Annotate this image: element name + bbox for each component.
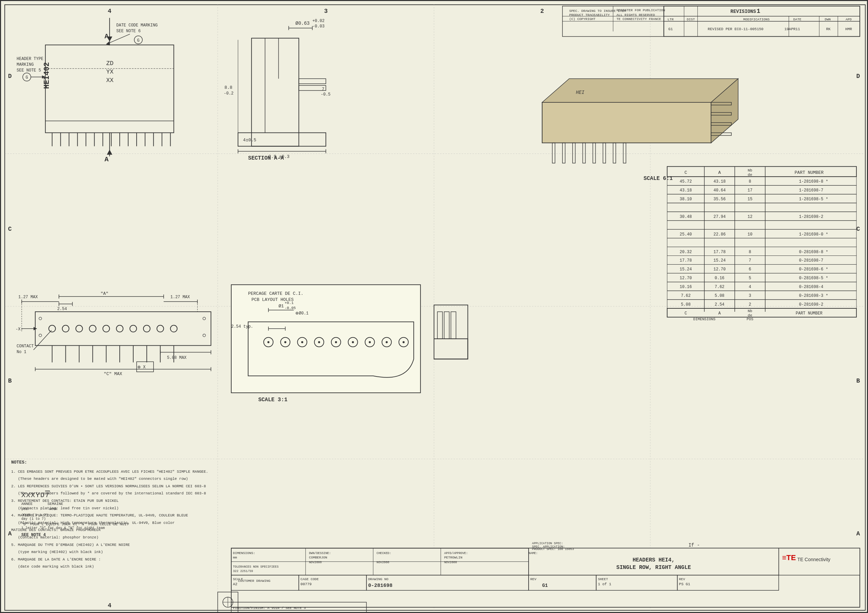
svg-text:45.72: 45.72 — [680, 179, 692, 184]
date-code-format: XXXYD7 — [22, 491, 129, 499]
svg-rect-89 — [552, 143, 555, 163]
svg-text:A2: A2 — [233, 582, 237, 586]
svg-text:7.62: 7.62 — [681, 293, 691, 298]
svg-text:REV: REV — [679, 577, 685, 581]
svg-text:"C" MAX: "C" MAX — [104, 372, 122, 376]
svg-text:REV: REV — [530, 577, 536, 581]
svg-text:43.18: 43.18 — [680, 188, 692, 193]
svg-text:15: 15 — [748, 197, 752, 201]
svg-text:PART NUMBER: PART NUMBER — [795, 170, 824, 175]
note-6b: (date code marking with black ink) — [18, 564, 316, 570]
svg-text:2.54 typ.: 2.54 typ. — [231, 324, 253, 329]
svg-text:FINITION/FINISH: A VOIR / SEE : FINITION/FINISH: A VOIR / SEE NOTE 3 — [233, 606, 306, 610]
note-5b: (type marking (HEI402) with black ink) — [18, 549, 316, 556]
svg-rect-228 — [667, 166, 857, 176]
svg-text:1-281698-2: 1-281698-2 — [799, 215, 823, 219]
svg-text:Nb: Nb — [748, 169, 752, 172]
svg-text:Ø0.63: Ø0.63 — [295, 21, 310, 26]
date-code-legend: XXXYD7 ANNEE SEMAINE year week JOUR (1 A… — [22, 491, 129, 537]
note-1b: (These headers are designed to be mated … — [18, 476, 316, 482]
svg-point-166 — [284, 341, 286, 343]
svg-text:-0.03: -0.03 — [312, 24, 324, 29]
svg-text:B: B — [856, 378, 860, 384]
svg-text:43.18: 43.18 — [713, 179, 725, 184]
svg-text:CHECKED:: CHECKED: — [377, 552, 391, 555]
svg-point-168 — [301, 341, 303, 343]
svg-text:5.08: 5.08 — [715, 293, 725, 298]
svg-text:DIST: DIST — [687, 18, 695, 21]
svg-rect-285 — [667, 282, 857, 291]
svg-rect-64 — [299, 79, 326, 84]
svg-text:PRODUCT TRACEABILITY: PRODUCT TRACEABILITY — [569, 13, 610, 17]
svg-rect-93 — [593, 143, 595, 163]
svg-text:2: 2 — [749, 302, 751, 307]
svg-rect-92 — [583, 143, 586, 163]
svg-text:YX: YX — [106, 68, 113, 75]
note-6: 6. MARQUAGE DE LA DATE A L'ENCRE NOIRE : — [11, 557, 316, 563]
svg-text:REVISIONS: REVISIONS — [730, 9, 756, 14]
svg-text:TE CONNECTIVITY FRANCE: TE CONNECTIVITY FRANCE — [617, 17, 661, 21]
svg-text:38.10: 38.10 — [680, 197, 692, 201]
note-5: 5. MARQUAGE DU TYPE D'EMBASE (HEI402) A … — [11, 542, 316, 548]
svg-text:1-281698-5 *: 1-281698-5 * — [799, 197, 828, 201]
svg-text:APPLICATION SPEC:: APPLICATION SPEC: — [532, 542, 563, 545]
svg-text:19APR11: 19APR11 — [784, 27, 800, 31]
svg-text:7.62: 7.62 — [715, 285, 725, 289]
svg-text:2.54: 2.54 — [715, 302, 725, 307]
svg-text:≡TE: ≡TE — [782, 553, 796, 562]
svg-text:A: A — [104, 156, 108, 163]
svg-text:7: 7 — [322, 87, 324, 92]
svg-text:3: 3 — [324, 8, 328, 15]
svg-text:G1: G1 — [668, 27, 673, 31]
svg-text:1 of 1: 1 of 1 — [598, 582, 611, 586]
svg-text:SPEC. APPLICATION:: SPEC. APPLICATION: — [532, 545, 565, 549]
svg-rect-258 — [667, 221, 857, 229]
see-note-4: SEE NOTE 4 — [22, 533, 129, 537]
date-code-underline: ANNEE SEMAINE — [22, 502, 129, 506]
svg-rect-195 — [451, 312, 456, 339]
svg-text:8: 8 — [749, 179, 751, 184]
svg-text:DIMENSIONS: DIMENSIONS — [693, 317, 715, 321]
svg-marker-48 — [107, 150, 112, 155]
svg-text:C: C — [685, 311, 687, 316]
svg-text:HEADERS HEI4,: HEADERS HEI4, — [633, 557, 675, 563]
svg-text:G: G — [137, 38, 140, 43]
svg-text:20.32: 20.32 — [680, 250, 692, 254]
svg-text:1: 1 — [756, 8, 760, 15]
svg-text:2.54: 2.54 — [57, 306, 67, 311]
svg-text:0-281698: 0-281698 — [368, 583, 393, 588]
svg-text:DATE: DATE — [793, 18, 801, 21]
svg-text:B: B — [8, 378, 12, 384]
svg-text:C: C — [685, 170, 687, 175]
svg-text:XX: XX — [106, 77, 113, 84]
svg-text:2.9 ±0.3: 2.9 ±0.3 — [268, 154, 290, 159]
date-code-labels: year week — [22, 507, 129, 511]
svg-text:4: 4 — [749, 285, 751, 289]
svg-point-180 — [403, 341, 405, 343]
svg-text:HEADER TYPE: HEADER TYPE — [17, 57, 43, 61]
date-code-dn-en: 1 letter "D" for day & "N" for night tea… — [22, 526, 129, 530]
svg-text:C: C — [8, 226, 12, 232]
svg-point-170 — [318, 341, 320, 343]
svg-rect-252 — [667, 203, 857, 212]
svg-text:(C) COPYRIGHT: (C) COPYRIGHT — [569, 17, 596, 21]
date-code-dn: "D" POUR L'EQUIPE JOUR et "N" POUR CELLE… — [22, 522, 129, 526]
svg-text:-0.5: -0.5 — [321, 92, 330, 97]
svg-text:17: 17 — [748, 188, 752, 193]
svg-text:APFD/APPROVE:: APFD/APPROVE: — [444, 552, 468, 555]
svg-text:35.56: 35.56 — [713, 197, 725, 201]
svg-text:Ø1: Ø1 — [279, 303, 284, 309]
svg-text:15.24: 15.24 — [680, 267, 692, 272]
svg-text:4±0.5: 4±0.5 — [243, 138, 256, 142]
svg-text:PART NUMBER: PART NUMBER — [796, 311, 823, 316]
svg-text:de: de — [748, 173, 752, 177]
svg-text:NOV2000: NOV2000 — [444, 561, 457, 564]
svg-text:HEI: HEI — [576, 90, 585, 95]
svg-text:5: 5 — [749, 276, 751, 280]
svg-text:No 1: No 1 — [17, 350, 26, 354]
svg-text:1.27 MAX: 1.27 MAX — [170, 295, 190, 300]
svg-text:+0.02: +0.02 — [312, 19, 324, 23]
date-code-day-en: day (1 to 7) — [22, 517, 129, 521]
svg-text:6: 6 — [749, 267, 751, 272]
svg-text:A: A — [718, 311, 721, 316]
